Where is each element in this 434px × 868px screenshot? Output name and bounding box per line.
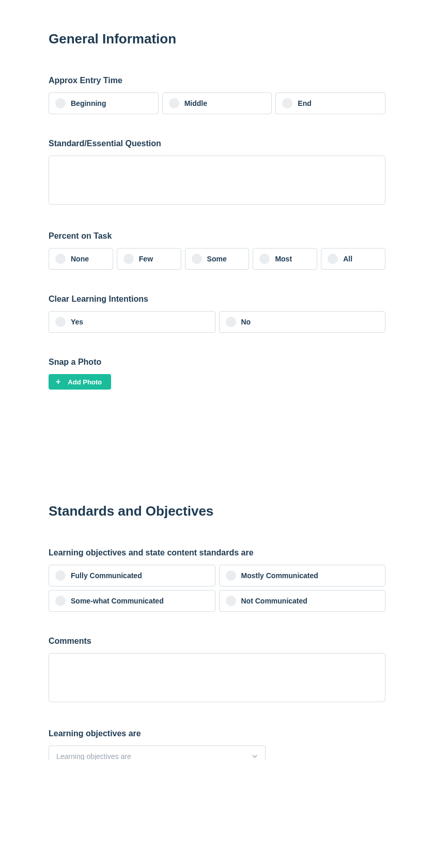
radio-comm-fully[interactable]: Fully Communicated [49, 565, 215, 586]
section-title-standards: Standards and Objectives [49, 503, 385, 519]
radio-icon [259, 254, 270, 264]
label-objectives-standards: Learning objectives and state content st… [49, 548, 385, 557]
field-objectives-standards: Learning objectives and state content st… [49, 548, 385, 612]
radio-icon [55, 98, 66, 109]
textarea-comments[interactable] [49, 653, 385, 702]
radio-icon [226, 570, 236, 581]
radio-icon [55, 596, 66, 606]
radio-icon [192, 254, 202, 264]
label-percent-on-task: Percent on Task [49, 231, 385, 241]
radio-label: No [241, 318, 251, 326]
radio-label: End [298, 99, 311, 107]
radio-entry-beginning[interactable]: Beginning [49, 92, 159, 114]
radio-icon [226, 596, 236, 606]
radio-task-none[interactable]: None [49, 248, 113, 270]
radio-comm-not[interactable]: Not Communicated [219, 590, 386, 612]
radio-icon [282, 98, 292, 109]
label-photo: Snap a Photo [49, 358, 385, 367]
select-learning-objectives[interactable]: Learning objectives are [49, 746, 266, 760]
field-entry-time: Approx Entry Time Beginning Middle End [49, 76, 385, 114]
field-clear-intentions: Clear Learning Intentions Yes No [49, 295, 385, 333]
radio-task-most[interactable]: Most [253, 248, 317, 270]
field-learning-objectives: Learning objectives are Learning objecti… [49, 729, 385, 760]
radio-label: None [71, 255, 89, 263]
label-essential-question: Standard/Essential Question [49, 139, 385, 148]
radio-label: Few [139, 255, 153, 263]
radio-icon [328, 254, 338, 264]
select-placeholder: Learning objectives are [56, 752, 131, 760]
radio-label: Yes [71, 318, 83, 326]
radio-label: Not Communicated [241, 597, 307, 605]
radio-icon [123, 254, 134, 264]
radio-label: Mostly Communicated [241, 571, 318, 580]
add-photo-button[interactable]: + Add Photo [49, 374, 111, 390]
radio-intentions-no[interactable]: No [219, 311, 386, 333]
radio-entry-middle[interactable]: Middle [162, 92, 272, 114]
radio-label: Most [275, 255, 292, 263]
field-photo: Snap a Photo + Add Photo [49, 358, 385, 390]
label-clear-intentions: Clear Learning Intentions [49, 295, 385, 304]
radio-entry-end[interactable]: End [275, 92, 385, 114]
field-comments: Comments [49, 637, 385, 704]
radio-task-few[interactable]: Few [117, 248, 181, 270]
radio-label: Middle [184, 99, 207, 107]
radio-intentions-yes[interactable]: Yes [49, 311, 215, 333]
radio-icon [55, 317, 66, 327]
radio-label: Some-what Communicated [71, 597, 164, 605]
add-photo-label: Add Photo [68, 378, 102, 386]
radio-label: Beginning [71, 99, 106, 107]
radio-comm-somewhat[interactable]: Some-what Communicated [49, 590, 215, 612]
radio-icon [55, 254, 66, 264]
label-entry-time: Approx Entry Time [49, 76, 385, 85]
label-comments: Comments [49, 637, 385, 646]
field-essential-question: Standard/Essential Question [49, 139, 385, 207]
radio-label: Some [207, 255, 227, 263]
radio-icon [226, 317, 236, 327]
section-title-general: General Information [49, 31, 385, 47]
radio-comm-mostly[interactable]: Mostly Communicated [219, 565, 386, 586]
plus-icon: + [56, 378, 60, 386]
field-percent-on-task: Percent on Task None Few Some Most All [49, 231, 385, 270]
label-learning-objectives: Learning objectives are [49, 729, 385, 738]
textarea-essential-question[interactable] [49, 156, 385, 205]
radio-label: Fully Communicated [71, 571, 142, 580]
radio-label: All [343, 255, 352, 263]
radio-icon [55, 570, 66, 581]
radio-task-some[interactable]: Some [185, 248, 250, 270]
chevron-down-icon [252, 753, 258, 760]
radio-icon [169, 98, 179, 109]
radio-task-all[interactable]: All [321, 248, 385, 270]
